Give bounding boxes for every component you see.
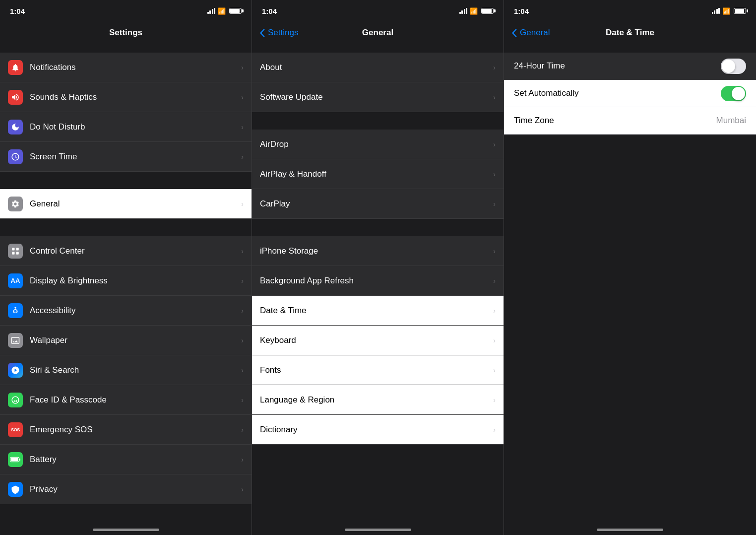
section-more: Control Center › AA Display & Brightness… — [0, 236, 252, 504]
row-accessibility[interactable]: Accessibility › — [0, 296, 252, 326]
row-label-siri: Siri & Search — [30, 365, 241, 375]
separator-2 — [0, 219, 252, 236]
row-general[interactable]: General › — [0, 189, 252, 219]
back-button-datetime[interactable]: General — [512, 28, 550, 38]
sep-gen-top — [252, 44, 504, 53]
status-time-2: 1:04 — [262, 7, 277, 15]
privacy-icon — [8, 482, 23, 497]
battery-row-icon — [8, 452, 23, 467]
home-bar-1 — [93, 529, 159, 531]
row-label-keyboard: Keyboard — [260, 335, 493, 345]
section-group-1: Notifications › Sounds & Haptics › Do No… — [0, 53, 252, 172]
chevron-wallpaper: › — [241, 336, 244, 344]
row-battery[interactable]: Battery › — [0, 445, 252, 474]
settings-list: Notifications › Sounds & Haptics › Do No… — [0, 44, 252, 518]
sep-dt-top — [504, 44, 756, 53]
chevron-backgroundapp: › — [493, 277, 496, 285]
row-donotdisturb[interactable]: Do Not Disturb › — [0, 112, 252, 142]
row-fonts[interactable]: Fonts › — [252, 355, 504, 385]
chevron-sounds: › — [241, 93, 244, 101]
status-bar-2: 1:04 📶 — [252, 0, 504, 22]
back-button-general[interactable]: Settings — [260, 28, 298, 38]
row-siri[interactable]: Siri & Search › — [0, 355, 252, 385]
row-iphonestorage[interactable]: iPhone Storage › — [252, 236, 504, 266]
row-timezone[interactable]: Time Zone Mumbai — [504, 107, 756, 134]
row-emergencysos[interactable]: SOS Emergency SOS › — [0, 415, 252, 445]
accessibility-icon — [8, 303, 23, 318]
status-bar-3: 1:04 📶 — [504, 0, 756, 22]
row-label-datetime: Date & Time — [260, 306, 493, 316]
wifi-icon-1: 📶 — [218, 7, 226, 15]
home-indicator-3 — [504, 518, 756, 535]
row-setautomatically: Set Automatically — [504, 80, 756, 107]
toggle-knob-24hourtime — [722, 60, 735, 73]
row-language[interactable]: Language & Region › — [252, 385, 504, 415]
row-sounds[interactable]: Sounds & Haptics › — [0, 82, 252, 112]
gen-section-2: AirDrop › AirPlay & Handoff › CarPlay › — [252, 130, 504, 219]
row-label-backgroundapp: Background App Refresh — [260, 276, 493, 286]
row-softwareupdate[interactable]: Software Update › — [252, 82, 504, 112]
row-datetime[interactable]: Date & Time › — [252, 296, 504, 326]
toggle-24hourtime[interactable] — [721, 59, 746, 74]
nav-bar-general: Settings General — [252, 22, 504, 44]
row-label-controlcenter: Control Center — [30, 246, 241, 256]
row-label-iphonestorage: iPhone Storage — [260, 246, 493, 256]
row-dictionary[interactable]: Dictionary › — [252, 415, 504, 445]
gen-section-4: Date & Time › Keyboard › Fonts › Languag… — [252, 296, 504, 445]
svg-rect-0 — [12, 248, 14, 250]
row-label-accessibility: Accessibility — [30, 306, 241, 316]
nav-title-general: General — [362, 28, 393, 38]
wifi-icon-2: 📶 — [470, 7, 478, 15]
label-setautomatically: Set Automatically — [514, 88, 578, 98]
panel-general: 1:04 📶 Settings General About — [252, 0, 504, 535]
row-airdrop[interactable]: AirDrop › — [252, 130, 504, 159]
row-display[interactable]: AA Display & Brightness › — [0, 266, 252, 296]
home-indicator-1 — [0, 518, 252, 535]
row-label-battery: Battery — [30, 455, 241, 465]
chevron-accessibility: › — [241, 307, 244, 315]
row-notifications[interactable]: Notifications › — [0, 53, 252, 82]
controlcenter-icon — [8, 244, 23, 259]
row-keyboard[interactable]: Keyboard › — [252, 326, 504, 355]
row-label-about: About — [260, 63, 493, 72]
row-backgroundapp[interactable]: Background App Refresh › — [252, 266, 504, 296]
row-screentime[interactable]: Screen Time › — [0, 142, 252, 172]
label-24hourtime: 24-Hour Time — [514, 61, 565, 71]
chevron-dictionary: › — [493, 426, 496, 434]
sep-gen-2 — [252, 219, 504, 236]
row-label-faceid: Face ID & Passcode — [30, 395, 241, 405]
home-bar-3 — [597, 529, 663, 531]
battery-icon-1 — [229, 8, 242, 14]
datetime-white-section: Set Automatically Time Zone Mumbai — [504, 80, 756, 134]
status-icons-2: 📶 — [459, 7, 494, 15]
row-airplay[interactable]: AirPlay & Handoff › — [252, 159, 504, 189]
status-icons-1: 📶 — [207, 7, 242, 15]
chevron-softwareupdate: › — [493, 93, 496, 101]
row-privacy[interactable]: Privacy › — [0, 474, 252, 504]
row-about[interactable]: About › — [252, 53, 504, 82]
chevron-fonts: › — [493, 366, 496, 374]
signal-icon-2 — [459, 8, 468, 14]
chevron-carplay: › — [493, 200, 496, 208]
row-label-dictionary: Dictionary — [260, 425, 493, 435]
row-label-wallpaper: Wallpaper — [30, 335, 241, 345]
row-label-privacy: Privacy — [30, 484, 241, 494]
toggle-knob-setautomatically — [732, 87, 745, 100]
gen-section-1: About › Software Update › — [252, 53, 504, 112]
datetime-list: 24-Hour Time Set Automatically Time Zone… — [504, 44, 756, 518]
gen-section-3: iPhone Storage › Background App Refresh … — [252, 236, 504, 296]
donotdisturb-icon — [8, 120, 23, 134]
row-wallpaper[interactable]: Wallpaper › — [0, 326, 252, 355]
chevron-notifications: › — [241, 64, 244, 71]
label-timezone: Time Zone — [514, 116, 554, 126]
row-label-softwareupdate: Software Update — [260, 92, 493, 102]
nav-title-datetime: Date & Time — [606, 28, 654, 38]
row-label-sounds: Sounds & Haptics — [30, 92, 241, 102]
row-label-language: Language & Region — [260, 395, 493, 405]
row-carplay[interactable]: CarPlay › — [252, 189, 504, 219]
row-faceid[interactable]: Face ID & Passcode › — [0, 385, 252, 415]
nav-bar-datetime: General Date & Time — [504, 22, 756, 44]
status-icons-3: 📶 — [712, 7, 747, 15]
row-controlcenter[interactable]: Control Center › — [0, 236, 252, 266]
toggle-setautomatically[interactable] — [721, 86, 746, 101]
